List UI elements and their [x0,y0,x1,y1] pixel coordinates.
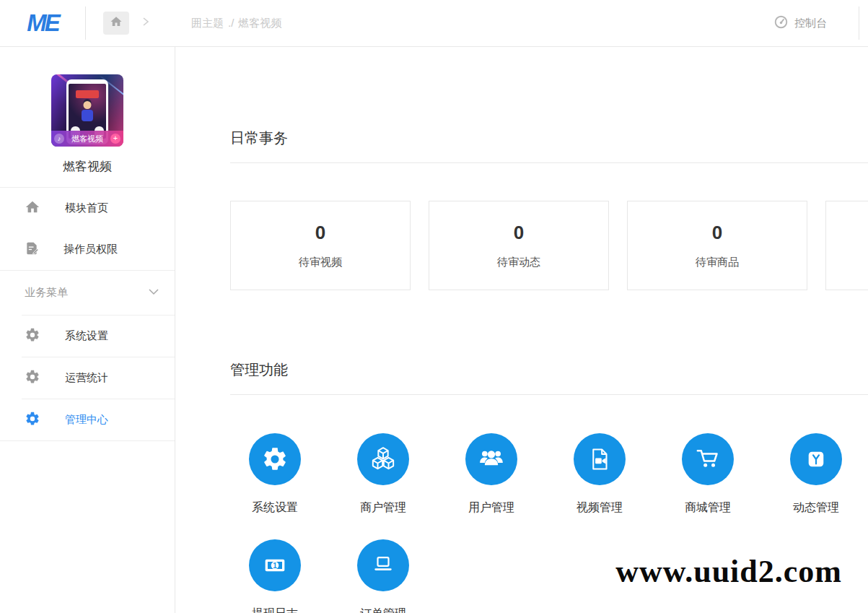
sidebar-item-system-settings[interactable]: 系统设置 [0,316,175,357]
console-button[interactable]: 控制台 [774,15,827,31]
app-label: 动态管理 [793,500,839,516]
stat-label: 待审商品 [696,256,739,269]
home-icon [110,15,123,31]
sidebar-item-module-home[interactable]: 模块首页 [0,188,175,229]
sidebar-item-label: 模块首页 [65,201,108,215]
banknote-icon: 1 [249,539,301,591]
stat-value: 0 [712,222,722,244]
sidebar-item-label: 操作员权限 [63,243,118,256]
app-system-settings[interactable]: 系统设置 [221,433,329,516]
gauge-icon [774,15,788,31]
music-note-icon: ♪ [54,134,64,144]
app-user-management[interactable]: 用户管理 [437,433,545,516]
thumbnail-title: 燃客视频 [66,134,108,144]
gear-icon [249,433,301,485]
gear-icon [25,327,40,346]
app-label: 视频管理 [577,500,623,516]
console-label: 控制台 [794,17,827,30]
app-label: 提现日志 [252,607,298,613]
sidebar-item-management-center[interactable]: 管理中心 [0,399,175,440]
sidebar-item-label: 系统设置 [65,329,108,343]
top-bar: ME 囲主题 ./ 燃客视频 控制台 [0,0,868,47]
stat-card-pending-goods[interactable]: 0 待审商品 [627,201,807,290]
app-withdrawal-log[interactable]: 1 提现日志 [221,539,329,613]
stat-label: 待审动态 [497,256,540,269]
breadcrumb-theme[interactable]: 囲主题 [191,17,224,30]
chevron-down-icon [147,285,160,301]
main-content: 日常事务 0 待审视频 0 待审动态 0 待审商品 管理功能 [175,47,868,613]
stat-cards-row: 0 待审视频 0 待审动态 0 待审商品 [230,201,868,290]
app-label: 系统设置 [252,500,298,516]
divider [230,162,868,163]
app-mall-management[interactable]: 商城管理 [654,433,762,516]
daily-tasks-section: 日常事务 0 待审视频 0 待审动态 0 待审商品 [230,128,868,290]
character-body-graphic [82,110,93,121]
stat-value: 0 [315,222,325,244]
sidebar-item-label: 运营统计 [65,371,108,385]
laptop-icon [357,539,409,591]
app-order-management[interactable]: 订单管理 [329,539,437,613]
y-badge-icon [790,433,842,485]
app-label: 订单管理 [360,607,406,613]
sidebar: ♪ 燃客视频 + 燃客视频 模块首页 操作员权限 业务菜单 [0,47,175,613]
svg-text:1: 1 [273,562,277,570]
app-label: 商城管理 [685,500,731,516]
watermark: www.uuid2.com [615,553,842,590]
module-name: 燃客视频 [0,158,175,175]
home-icon [25,199,40,218]
character-graphic [84,101,92,109]
stat-label: 待审视频 [299,256,342,269]
section-title: 管理功能 [230,360,868,380]
app-logo[interactable]: ME [0,9,85,37]
sidebar-item-operator-permissions[interactable]: 操作员权限 [0,229,175,270]
app-posts-management[interactable]: 动态管理 [762,433,868,516]
gear-icon [25,369,40,388]
sidebar-item-operation-stats[interactable]: 运营统计 [0,357,175,399]
chevron-right-icon [141,17,151,30]
stat-card-pending-posts[interactable]: 0 待审动态 [429,201,609,290]
sidebar-item-label: 管理中心 [65,413,108,427]
plus-icon: + [110,134,120,144]
breadcrumb-module[interactable]: 燃客视频 [238,17,281,30]
section-title: 日常事务 [230,128,868,148]
stat-value: 0 [514,222,524,244]
users-icon [465,433,517,485]
document-edit-icon [25,241,39,258]
thumbnail-title-bar: ♪ 燃客视频 + [51,131,123,147]
app-label: 商户管理 [360,500,406,516]
video-document-icon [574,433,626,485]
breadcrumb-separator: ./ [228,17,234,30]
home-button[interactable] [103,12,129,35]
divider [859,6,859,40]
section-label: 业务菜单 [25,286,147,300]
divider [85,6,86,40]
cubes-icon [357,433,409,485]
breadcrumb: 囲主题 ./ 燃客视频 [191,17,281,30]
stat-card-pending-videos[interactable]: 0 待审视频 [230,201,411,290]
app-thumbnail[interactable]: ♪ 燃客视频 + [51,74,123,147]
banner-graphic [76,90,99,98]
cart-icon [682,433,734,485]
gear-icon [25,411,40,430]
app-label: 用户管理 [468,500,514,516]
divider [0,440,175,441]
app-video-management[interactable]: 视频管理 [545,433,654,516]
stat-card-partial[interactable] [825,201,868,290]
divider [230,394,868,395]
sidebar-section-business-menu[interactable]: 业务菜单 [0,271,175,315]
app-merchant-management[interactable]: 商户管理 [329,433,437,516]
